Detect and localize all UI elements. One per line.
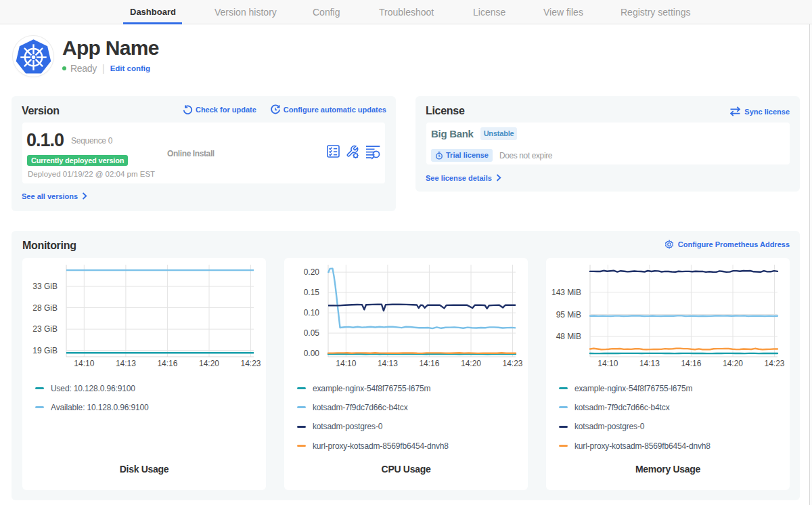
svg-text:14:20: 14:20 [199,359,219,368]
svg-text:14:10: 14:10 [74,359,94,368]
svg-text:33 GiB: 33 GiB [32,282,58,291]
svg-text:28 GiB: 28 GiB [32,303,58,312]
svg-text:14:10: 14:10 [336,359,356,368]
svg-text:14:23: 14:23 [502,359,522,368]
svg-text:23 GiB: 23 GiB [32,324,58,334]
svg-text:0.15: 0.15 [304,288,320,297]
svg-text:19 GiB: 19 GiB [32,345,58,355]
svg-text:14:20: 14:20 [723,359,743,368]
svg-text:0.20: 0.20 [304,267,320,277]
svg-text:14:13: 14:13 [378,359,398,368]
svg-text:14:16: 14:16 [681,359,701,368]
svg-text:48 MiB: 48 MiB [556,332,581,341]
svg-text:95 MiB: 95 MiB [556,309,581,319]
svg-text:14:13: 14:13 [639,359,660,368]
svg-text:14:23: 14:23 [240,359,261,368]
svg-text:14:16: 14:16 [419,359,439,368]
svg-text:14:16: 14:16 [157,359,177,368]
svg-text:14:13: 14:13 [116,359,136,368]
svg-text:0.00: 0.00 [304,349,320,358]
svg-text:14:10: 14:10 [597,359,618,368]
svg-text:14:20: 14:20 [461,359,481,368]
svg-text:14:23: 14:23 [764,359,784,368]
svg-text:143 MiB: 143 MiB [551,287,581,297]
svg-text:0.10: 0.10 [304,308,320,317]
svg-text:0.05: 0.05 [304,328,320,338]
